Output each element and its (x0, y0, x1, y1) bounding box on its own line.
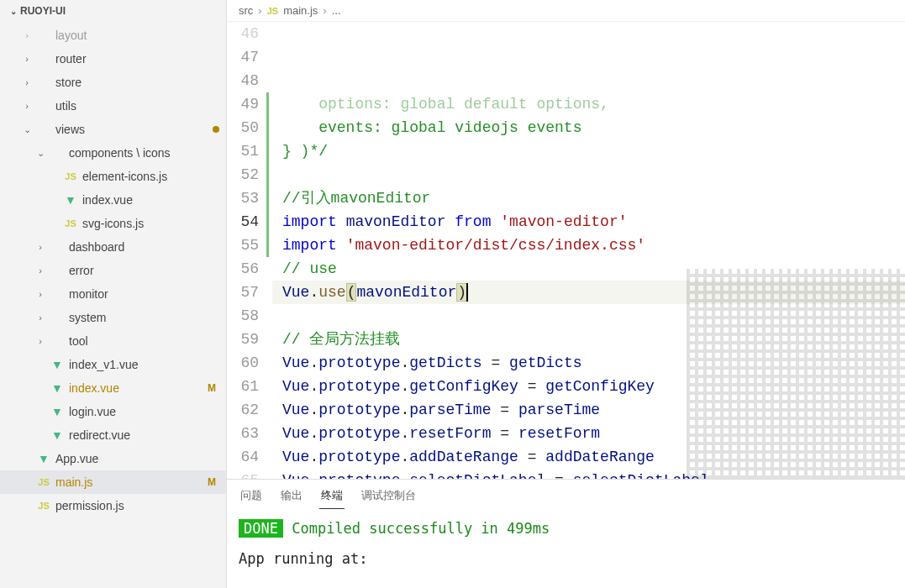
tree-item-label: index.vue (82, 191, 219, 209)
code-line[interactable]: // 全局方法挂载 (272, 328, 905, 351)
code-editor[interactable]: 4647484950515253545556575859606162636465… (227, 22, 905, 479)
panel-tab-2[interactable]: 终端 (319, 485, 345, 509)
project-title: RUOYI-UI (20, 5, 66, 17)
compile-msg: Compiled successfully in 499ms (283, 520, 550, 537)
panel-tabs: 问题输出终端调试控制台 (227, 480, 905, 509)
tree-item-app-vue[interactable]: ▼App.vue (0, 447, 226, 470)
vue-icon: ▼ (50, 426, 64, 444)
tree-item-label: utils (55, 97, 219, 115)
terminal-line: DONE Compiled successfully in 499ms (239, 517, 893, 539)
code-line[interactable]: import 'mavon-editor/dist/css/index.css' (272, 234, 905, 257)
tree-item-svg-icons-js[interactable]: JSsvg-icons.js (0, 212, 226, 235)
code-line[interactable]: Vue.use(mavonEditor) (272, 281, 905, 304)
tree-item-utils[interactable]: ›utils (0, 94, 226, 118)
code-line[interactable] (272, 304, 905, 328)
js-icon: JS (37, 496, 50, 515)
tree-item-error[interactable]: ›error (0, 259, 226, 282)
line-number: 47 (227, 45, 259, 69)
tree-item-label: svg-icons.js (82, 214, 219, 233)
tree-item-label: main.js (55, 473, 199, 491)
tree-item-label: error (69, 261, 219, 280)
chevron-right-icon: › (22, 50, 32, 68)
code-line[interactable]: Vue.prototype.parseTime = parseTime (272, 398, 905, 422)
text-cursor (466, 283, 468, 302)
line-number: 46 (227, 22, 259, 45)
tree-item-label: system (69, 308, 219, 327)
line-number: 59 (227, 328, 259, 351)
chevron-right-icon: › (323, 4, 326, 17)
tree-item-label: index.vue (69, 379, 199, 397)
tree-item-label: App.vue (55, 449, 219, 468)
tree-item-store[interactable]: ›store (0, 71, 226, 94)
line-number: 60 (227, 351, 259, 375)
line-number: 53 (227, 186, 259, 210)
tree-item-label: store (55, 73, 219, 92)
code-line[interactable]: } )*/ (272, 139, 905, 163)
line-number: 54 (227, 210, 259, 234)
code-content[interactable]: options: global default options, events:… (272, 22, 905, 479)
chevron-right-icon: › (35, 308, 45, 327)
tree-item-label: redirect.vue (69, 426, 219, 444)
tree-item-login-vue[interactable]: ▼login.vue (0, 400, 226, 423)
chevron-right-icon: › (35, 261, 45, 280)
line-number: 58 (227, 304, 259, 328)
vue-icon: ▼ (50, 355, 64, 374)
tree-item-components-icons[interactable]: ⌄components \ icons (0, 141, 226, 165)
tree-item-main-js[interactable]: JSmain.jsM (0, 470, 226, 494)
code-line[interactable]: options: global default options, (272, 92, 905, 116)
code-line[interactable]: import mavonEditor from 'mavon-editor' (272, 210, 905, 234)
line-number: 65 (227, 469, 259, 479)
breadcrumb[interactable]: src › JS main.js › ... (227, 0, 905, 22)
line-number: 56 (227, 257, 259, 281)
chevron-right-icon: › (22, 73, 32, 92)
line-number: 61 (227, 375, 259, 398)
panel-tab-3[interactable]: 调试控制台 (360, 485, 418, 509)
tree-item-router[interactable]: ›router (0, 47, 226, 71)
tree-item-label: element-icons.js (82, 167, 219, 186)
tree-item-permission-js[interactable]: JSpermission.js (0, 494, 226, 517)
code-line[interactable]: // use (272, 257, 905, 281)
code-line[interactable]: Vue.prototype.getConfigKey = getConfigKe… (272, 375, 905, 398)
code-line[interactable]: Vue.prototype.getDicts = getDicts (272, 351, 905, 375)
code-line[interactable]: Vue.prototype.addDateRange = addDateRang… (272, 445, 905, 469)
vue-icon: ▼ (64, 191, 77, 209)
code-line[interactable]: //引入mavonEditor (272, 186, 905, 210)
done-badge: DONE (239, 519, 283, 538)
panel-tab-0[interactable]: 问题 (239, 485, 264, 509)
terminal-output[interactable]: DONE Compiled successfully in 499ms App … (227, 509, 905, 588)
file-tree[interactable]: ›layout›router›store›utils⌄views⌄compone… (0, 22, 226, 588)
breadcrumb-part[interactable]: main.js (283, 4, 318, 17)
explorer-header[interactable]: ⌄ RUOYI-UI (0, 0, 226, 22)
code-line[interactable]: Vue.prototype.selectDictLabel = selectDi… (272, 469, 905, 479)
tree-item-label: views (55, 120, 208, 139)
tree-item-tool[interactable]: ›tool (0, 329, 226, 353)
panel-tab-1[interactable]: 输出 (279, 485, 304, 509)
chevron-right-icon: › (258, 4, 261, 17)
tree-item-system[interactable]: ›system (0, 306, 226, 329)
editor-area: src › JS main.js › ... 46474849505152535… (227, 0, 905, 588)
line-gutter: 4647484950515253545556575859606162636465 (227, 22, 272, 479)
breadcrumb-part[interactable]: ... (332, 4, 341, 17)
vue-icon: ▼ (37, 449, 50, 468)
tree-item-label: components \ icons (69, 144, 219, 162)
tree-item-dashboard[interactable]: ›dashboard (0, 235, 226, 259)
tree-item-monitor[interactable]: ›monitor (0, 282, 226, 306)
vue-icon: ▼ (50, 379, 64, 397)
chevron-down-icon: ⌄ (35, 144, 45, 162)
tree-item-index_v1-vue[interactable]: ▼index_v1.vue (0, 353, 226, 376)
code-line[interactable] (272, 163, 905, 186)
breadcrumb-part[interactable]: src (239, 4, 253, 17)
tree-item-layout[interactable]: ›layout (0, 24, 226, 47)
tree-item-index-vue[interactable]: ▼index.vueM (0, 376, 226, 400)
tree-item-index-vue[interactable]: ▼index.vue (0, 188, 226, 212)
tree-item-views[interactable]: ⌄views (0, 118, 226, 141)
modified-badge: M (204, 473, 219, 491)
vue-icon: ▼ (50, 402, 64, 421)
line-number: 55 (227, 234, 259, 257)
tree-item-element-icons-js[interactable]: JSelement-icons.js (0, 165, 226, 188)
code-line[interactable]: Vue.prototype.resetForm = resetForm (272, 422, 905, 445)
tree-item-label: layout (55, 26, 219, 45)
line-number: 49 (227, 92, 259, 116)
tree-item-redirect-vue[interactable]: ▼redirect.vue (0, 423, 226, 447)
code-line[interactable]: events: global videojs events (272, 116, 905, 139)
